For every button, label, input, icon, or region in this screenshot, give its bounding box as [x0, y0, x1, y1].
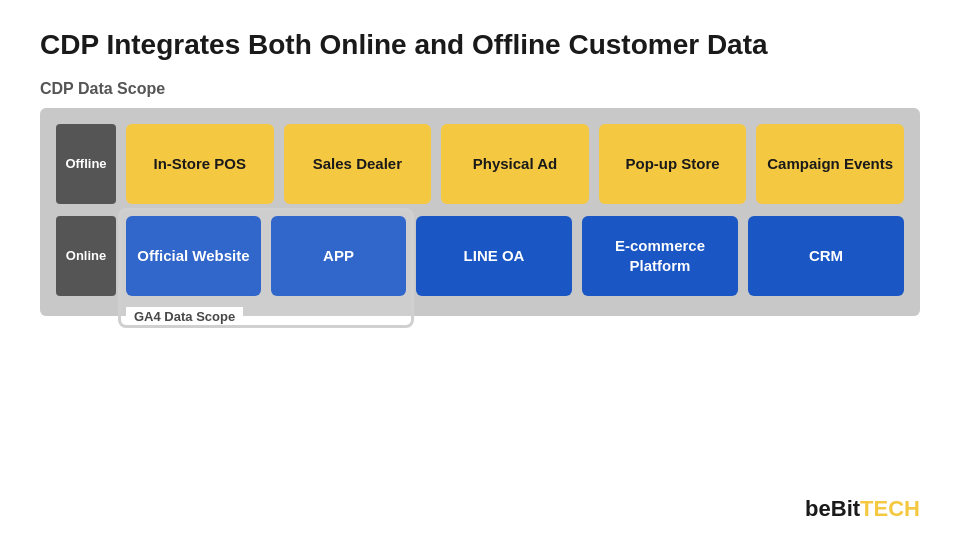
online-label: Online [56, 216, 116, 296]
main-title: CDP Integrates Both Online and Offline C… [40, 28, 920, 62]
card-popup-store: Pop-up Store [599, 124, 747, 204]
card-physical-ad: Physical Ad [441, 124, 589, 204]
page-content: CDP Integrates Both Online and Offline C… [0, 0, 960, 336]
card-app: APP [271, 216, 406, 296]
ga4-scope-wrapper: Official Website APP GA4 Data Scope [126, 216, 406, 296]
offline-label: Offline [56, 124, 116, 204]
card-crm: CRM [748, 216, 904, 296]
card-instore-pos: In-Store POS [126, 124, 274, 204]
ga4-label: GA4 Data Scope [126, 307, 243, 326]
card-ecommerce: E-commerce Platform [582, 216, 738, 296]
card-campaign-events: Campaign Events [756, 124, 904, 204]
card-sales-dealer: Sales Dealer [284, 124, 432, 204]
card-official-website: Official Website [126, 216, 261, 296]
online-row: Online Official Website APP GA4 Data Sco… [56, 216, 904, 296]
section-label: CDP Data Scope [40, 80, 920, 98]
offline-row: Offline In-Store POS Sales Dealer Physic… [56, 124, 904, 204]
card-line-oa: LINE OA [416, 216, 572, 296]
online-cards: Official Website APP GA4 Data Scope LINE… [126, 216, 904, 296]
logo: beBitTECH [805, 496, 920, 522]
logo-bit: beBit [805, 496, 860, 521]
logo-tech: TECH [860, 496, 920, 521]
diagram-container: Offline In-Store POS Sales Dealer Physic… [40, 108, 920, 316]
offline-cards: In-Store POS Sales Dealer Physical Ad Po… [126, 124, 904, 204]
